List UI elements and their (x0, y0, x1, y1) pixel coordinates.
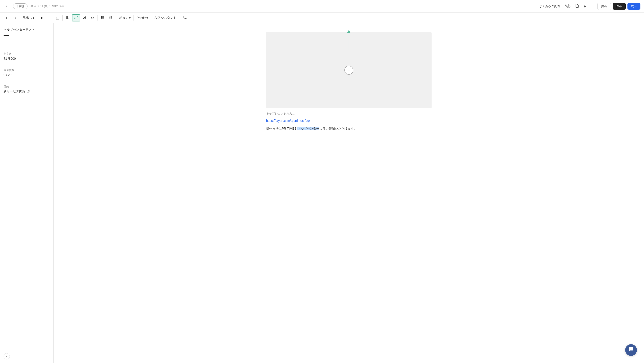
ai-assistant-button[interactable]: AIアシスタント (152, 14, 178, 21)
bullet-list-button[interactable] (99, 14, 107, 21)
link-text: https://tayori.com/q/prtimes-faq/ (266, 119, 310, 122)
faq-button[interactable]: よくあるご質問 (538, 3, 562, 9)
image-count-section: 画像枚数 0 / 20 (4, 68, 50, 77)
monitor-button[interactable] (181, 14, 190, 21)
cursor-line (348, 32, 349, 50)
other-label: その他 (137, 16, 146, 20)
underline-button[interactable]: U (54, 14, 61, 21)
toolbar-divider-4 (98, 15, 98, 20)
char-count-value: 71 /8000 (4, 57, 50, 60)
italic-button[interactable]: I (46, 14, 54, 21)
app-header: ← 下書き 2024.10.11 (金) 10:10に保存 よくあるご質問 Aあ… (0, 0, 644, 12)
article-link[interactable]: https://tayori.com/q/prtimes-faq/ (266, 119, 432, 122)
heading-label: 見出し (23, 16, 32, 20)
chat-icon (628, 347, 634, 354)
numbered-icon: 123 (109, 16, 113, 20)
code-icon: <> (90, 16, 94, 20)
edit-icon (27, 90, 30, 93)
svg-rect-1 (68, 16, 69, 19)
doc-icon (575, 4, 579, 9)
toolbar-divider-1 (20, 15, 20, 20)
draft-badge: 下書き (13, 3, 28, 9)
edit-purpose-button[interactable] (27, 90, 30, 93)
redo-button[interactable]: ↪ (11, 14, 18, 21)
sidebar-title-divider (4, 35, 9, 36)
font-icon-button[interactable]: Aあ (563, 2, 572, 10)
sidebar-collapse-button[interactable]: ‹ (4, 353, 10, 360)
toolbar-divider-8 (180, 15, 180, 20)
image-placeholder: + (266, 32, 432, 108)
share-button[interactable]: 共有 (598, 3, 611, 10)
undo-button[interactable]: ↩ (4, 14, 11, 21)
header-left: ← 下書き 2024.10.11 (金) 10:10に保存 (4, 3, 535, 10)
main-layout: ヘルプセンターテスト 文字数 71 /8000 画像枚数 0 / 20 目的 新… (0, 23, 644, 363)
image-count-value: 0 / 20 (4, 73, 50, 77)
caption-input[interactable] (266, 112, 432, 115)
button-dropdown-button[interactable]: ボタン ▾ (118, 14, 132, 21)
image-button[interactable] (80, 14, 88, 21)
sidebar-section-divider (4, 41, 50, 41)
plus-icon: + (348, 67, 350, 73)
svg-rect-16 (184, 16, 187, 18)
add-content-button[interactable]: + (344, 66, 353, 75)
toolbar-divider-2 (37, 15, 37, 20)
chevron-left-icon: ‹ (6, 355, 7, 358)
toolbar-divider-6 (134, 15, 134, 20)
columns-icon (66, 16, 70, 20)
ai-label: AIアシスタント (154, 16, 176, 20)
columns-button[interactable] (64, 14, 72, 21)
body-text-after: よりご確認いただけます。 (319, 127, 357, 130)
svg-point-7 (102, 16, 102, 17)
image-count-label: 画像枚数 (4, 68, 50, 72)
save-time: 2024.10.11 (金) 10:10に保存 (30, 4, 64, 8)
chat-button[interactable] (625, 344, 637, 356)
heading-dropdown-button[interactable]: 見出し ▾ (21, 14, 36, 21)
svg-point-8 (102, 17, 102, 18)
ellipsis-icon: … (591, 4, 594, 8)
undo-icon: ↩ (6, 16, 8, 20)
editor-area: + https://tayori.com/q/prtimes-faq/ 操作方法… (54, 23, 644, 363)
redo-icon: ↪ (14, 16, 16, 20)
toolbar-divider-5 (116, 15, 116, 20)
back-button[interactable]: ← (4, 3, 11, 10)
char-count-label: 文字数 (4, 52, 50, 56)
numbered-list-button[interactable]: 123 (107, 14, 115, 21)
image-icon (82, 16, 86, 20)
highlighted-text: ヘルプセンター (298, 127, 319, 130)
body-text-before: 操作方法はPR TIMES (266, 127, 298, 130)
bullet-icon (101, 16, 105, 20)
play-icon: ▶ (584, 4, 586, 8)
link-icon (74, 16, 78, 20)
svg-rect-0 (66, 16, 68, 19)
code-button[interactable]: <> (88, 14, 96, 21)
font-icon: Aあ (564, 4, 571, 8)
other-chevron-icon: ▾ (146, 16, 148, 20)
editor-toolbar: ↩ ↪ 見出し ▾ B I U <> 123 (0, 12, 644, 23)
button-label: ボタン (119, 16, 128, 20)
purpose-label: 目的 (4, 85, 50, 88)
purpose-section: 目的 新サービス開始 (4, 85, 50, 93)
bold-button[interactable]: B (39, 14, 46, 21)
purpose-value: 新サービス開始 (4, 89, 26, 93)
header-right: よくあるご質問 Aあ ▶ … 共有 保存 次へ (538, 2, 640, 10)
svg-point-3 (84, 17, 84, 17)
save-button[interactable]: 保存 (613, 3, 626, 9)
sidebar-article-title: ヘルプセンターテスト (4, 28, 50, 32)
play-button[interactable]: ▶ (582, 3, 588, 9)
doc-icon-button[interactable] (574, 2, 580, 10)
svg-text:3: 3 (110, 18, 110, 19)
svg-point-9 (102, 18, 102, 18)
heading-chevron-icon: ▾ (33, 16, 34, 20)
char-count-section: 文字数 71 /8000 (4, 52, 50, 60)
sidebar: ヘルプセンターテスト 文字数 71 /8000 画像枚数 0 / 20 目的 新… (0, 23, 54, 363)
link-button[interactable] (72, 14, 80, 21)
toolbar-divider-7 (151, 15, 151, 20)
more-menu-button[interactable]: … (590, 3, 596, 9)
purpose-row: 新サービス開始 (4, 89, 50, 93)
other-dropdown-button[interactable]: その他 ▾ (135, 14, 150, 21)
next-button[interactable]: 次へ (628, 3, 640, 9)
monitor-icon (183, 15, 188, 20)
editor-body-text: 操作方法はPR TIMES ヘルプセンターよりご確認いただけます。 (266, 126, 432, 131)
button-chevron-icon: ▾ (129, 16, 130, 20)
